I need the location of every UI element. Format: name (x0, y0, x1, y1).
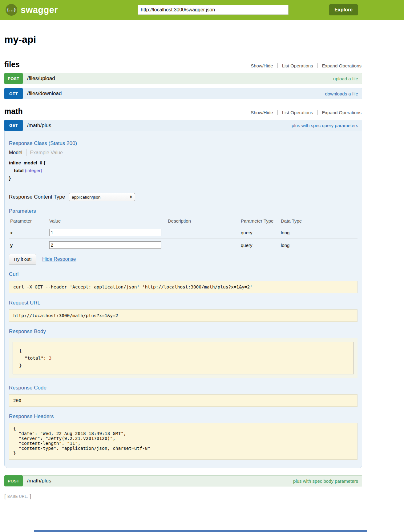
base-url-footer: [ BASE URL: ] (4, 493, 362, 500)
param-x-description (167, 226, 240, 239)
swagger-logo-icon: {…} (6, 4, 17, 16)
files-expand-operations-link[interactable]: Expand Operations (317, 63, 362, 68)
api-title: my-api (4, 34, 362, 45)
col-header-parameter: Parameter (9, 216, 48, 226)
math-list-operations-link[interactable]: List Operations (277, 110, 317, 115)
bottom-clipped-element (34, 530, 367, 532)
op-path-files-download[interactable]: /files/download (27, 91, 62, 97)
response-body-value: 3 (49, 356, 52, 361)
model-property-type: (integer) (25, 168, 42, 173)
tab-divider (26, 149, 26, 156)
get-method-badge: GET (4, 88, 23, 99)
files-list-operations-link[interactable]: List Operations (277, 63, 317, 68)
col-header-parameter-type: Parameter Type (240, 216, 280, 226)
param-y-description (167, 239, 240, 252)
op-row-post-files-upload[interactable]: POST /files/upload upload a file (4, 73, 362, 84)
param-y-data-type: long (280, 239, 358, 252)
post-method-badge: POST (4, 475, 23, 486)
param-row-y: y query long (9, 239, 358, 252)
param-x-data-type: long (280, 226, 358, 239)
get-method-badge: GET (4, 120, 23, 131)
files-section-header: files Show/Hide List Operations Expand O… (4, 60, 362, 69)
select-arrows-icon: ▲ ▼ (130, 195, 132, 199)
op-summary-math-plus[interactable]: plus with spec query parameters (292, 123, 358, 128)
col-header-data-type: Data Type (280, 216, 358, 226)
param-name-y: y (9, 239, 48, 252)
base-url-label: BASE URL: (7, 494, 28, 499)
math-show-hide-link[interactable]: Show/Hide (246, 110, 277, 115)
response-code-heading: Response Code (9, 385, 358, 391)
response-headers-box: { "date": "Wed, 22 Aug 2018 18:49:13 GMT… (9, 423, 358, 460)
op-summary-files-upload[interactable]: upload a file (333, 76, 358, 81)
model-property: total (integer) (14, 168, 358, 173)
request-url-box: http://localhost:3000/math/plus?x=1&y=2 (9, 309, 358, 322)
explore-button[interactable]: Explore (329, 4, 358, 15)
topbar: {…} swagger Explore (0, 0, 404, 20)
param-y-input[interactable] (49, 241, 161, 249)
math-section-title[interactable]: math (4, 107, 23, 116)
base-url-close-bracket: ] (30, 493, 31, 500)
param-x-type: query (240, 226, 280, 239)
try-it-out-button[interactable]: Try it out! (9, 254, 36, 264)
swagger-logo-text: swagger (21, 5, 58, 15)
response-code-box: 200 (9, 394, 358, 407)
op-row-get-math-plus[interactable]: GET /math/plus plus with spec query para… (5, 120, 362, 131)
op-path-files-upload[interactable]: /files/upload (27, 75, 55, 82)
op-row-post-math-plus[interactable]: POST /math/plus plus with spec body para… (4, 475, 362, 486)
response-body-close-brace: } (19, 362, 347, 369)
model-property-name: total (14, 168, 24, 173)
col-header-value: Value (48, 216, 167, 226)
math-section-controls: Show/Hide List Operations Expand Operati… (246, 110, 362, 115)
model-open-line: inline_model_0 { (9, 160, 358, 166)
post-method-badge: POST (4, 73, 23, 84)
math-section-header: math Show/Hide List Operations Expand Op… (4, 107, 362, 116)
response-content-type-select[interactable]: application/json ▲ ▼ (69, 193, 135, 201)
op-row-get-files-download[interactable]: GET /files/download downloads a file (4, 88, 362, 99)
response-content-type-value: application/json (72, 195, 100, 200)
response-body-open-brace: { (19, 347, 347, 354)
tab-model[interactable]: Model (9, 150, 22, 155)
files-show-hide-link[interactable]: Show/Hide (246, 63, 277, 68)
param-y-type: query (240, 239, 280, 252)
op-path-math-plus[interactable]: /math/plus (27, 123, 51, 129)
op-summary-files-download[interactable]: downloads a file (325, 91, 358, 96)
response-body-box: { "total": 3 } (13, 342, 354, 374)
content: my-api files Show/Hide List Operations E… (4, 34, 362, 500)
parameters-table-header-row: Parameter Value Description Parameter Ty… (9, 216, 358, 226)
swagger-brand-link[interactable]: {…} swagger (6, 4, 58, 16)
param-x-input[interactable] (49, 229, 161, 236)
response-class-heading: Response Class (Status 200) (9, 140, 358, 147)
response-headers-heading: Response Headers (9, 413, 358, 420)
col-header-description: Description (167, 216, 240, 226)
response-content-type-label: Response Content Type (9, 194, 65, 200)
op-content-get-math-plus: Response Class (Status 200) Model Exampl… (5, 131, 362, 468)
model-tabs: Model Example Value (9, 149, 358, 156)
try-it-out-row: Try it out! Hide Response (9, 254, 358, 264)
param-name-x: x (9, 226, 48, 239)
request-url-heading: Request URL (9, 300, 358, 306)
op-path-post-math-plus[interactable]: /math/plus (27, 478, 51, 484)
spec-url-input[interactable] (138, 5, 289, 15)
response-content-type-row: Response Content Type application/json ▲… (9, 193, 358, 201)
response-body-entry: "total": 3 (19, 354, 347, 362)
base-url-open-bracket: [ (4, 493, 6, 500)
curl-heading: Curl (9, 271, 358, 277)
files-section-title[interactable]: files (4, 60, 20, 69)
model-close-line: } (9, 175, 358, 181)
model-signature: inline_model_0 { total (integer) } (9, 160, 358, 181)
parameters-heading: Parameters (9, 208, 358, 214)
op-block-get-math-plus: GET /math/plus plus with spec query para… (4, 120, 362, 468)
files-section-controls: Show/Hide List Operations Expand Operati… (246, 63, 362, 68)
hide-response-link[interactable]: Hide Response (42, 256, 76, 262)
tab-example-value[interactable]: Example Value (30, 150, 63, 155)
math-expand-operations-link[interactable]: Expand Operations (317, 110, 362, 115)
response-body-heading: Response Body (9, 328, 358, 335)
curl-command-box: curl -X GET --header 'Accept: applicatio… (9, 281, 358, 293)
param-row-x: x query long (9, 226, 358, 239)
op-summary-post-math-plus[interactable]: plus with spec body parameters (293, 478, 358, 484)
response-body-key: "total": (25, 356, 46, 361)
response-body-container: { "total": 3 } (9, 338, 358, 378)
parameters-table: Parameter Value Description Parameter Ty… (9, 216, 358, 251)
